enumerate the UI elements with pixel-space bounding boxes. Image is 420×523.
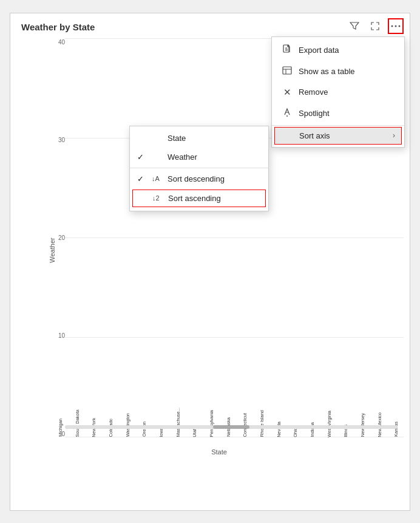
spotlight-icon [282, 108, 293, 119]
menu-item-spotlight[interactable]: Spotlight [272, 103, 404, 124]
sub-menu-item-sort-asc[interactable]: ↓2 Sort ascending [132, 190, 266, 207]
bar-label: Kansas [393, 422, 399, 437]
bar-col: New Jersey [355, 411, 370, 437]
svg-rect-3 [283, 45, 289, 52]
bar-label: West Virginia [327, 411, 332, 437]
svg-point-7 [286, 115, 288, 117]
bar-col: Rhode Island [254, 408, 269, 437]
filter-icon[interactable] [347, 18, 362, 34]
desc-sort-icon: ↓A [152, 175, 163, 182]
weather-label: Weather [168, 152, 197, 162]
bar-label: Ohio [293, 428, 298, 437]
bar-col: Washington [120, 411, 135, 437]
bar-col: South Dakota [70, 407, 85, 437]
more-options-icon[interactable] [388, 18, 404, 34]
sort-desc-label: Sort descending [168, 174, 225, 183]
expand-icon[interactable] [367, 18, 383, 34]
spotlight-label: Spotlight [299, 109, 330, 118]
menu-item-remove[interactable]: ✕ Remove [272, 82, 404, 103]
bar-col: Illinois [338, 422, 353, 437]
chart-container: Weather by State Weather [10, 13, 410, 511]
toolbar [347, 18, 404, 34]
sub-menu: State ✓ Weather ✓ ↓A Sort descending ↓2 … [129, 126, 269, 211]
scrollbar-thumb[interactable] [213, 425, 249, 429]
bar-col: New Mexico [372, 410, 387, 437]
menu-item-table[interactable]: Show as a table [272, 61, 404, 82]
bar-col: Massachuse... [171, 405, 186, 437]
sub-menu-item-sort-desc[interactable]: ✓ ↓A Sort descending [130, 169, 268, 188]
desc-check: ✓ [137, 174, 147, 183]
asc-sort-icon: ↓2 [152, 194, 163, 202]
bar-label: Massachuse... [175, 408, 181, 437]
bar-label: South Dakota [75, 409, 80, 437]
menu-item-sort-axis[interactable]: Sort axis › [274, 127, 402, 145]
scrollbar[interactable] [65, 425, 398, 429]
bar-col: Pennsylvania [204, 408, 219, 437]
sort-asc-label: Sort ascending [168, 194, 221, 203]
bar-label: Indiana [310, 422, 315, 437]
chart-title: Weather by State [21, 22, 95, 32]
remove-label: Remove [299, 87, 328, 97]
menu-separator [272, 125, 404, 126]
weather-check: ✓ [137, 152, 147, 162]
sub-menu-item-weather[interactable]: ✓ Weather [130, 148, 268, 166]
export-label: Export data [299, 46, 339, 55]
x-axis-label: State [211, 448, 227, 456]
sub-menu-item-state[interactable]: State [130, 129, 268, 148]
bar-label: Rhode Island [259, 410, 265, 437]
bar-col: Connecticut [237, 411, 252, 437]
bar-label: Michigan [58, 419, 63, 437]
sort-axis-label: Sort axis [299, 131, 330, 140]
bar-label: Nevada [276, 422, 282, 437]
bar-label: Iowa [158, 428, 164, 437]
svg-rect-4 [283, 67, 291, 74]
sub-menu-separator [130, 168, 268, 168]
main-menu: Export data Show as a table ✕ Remove [271, 36, 405, 148]
svg-point-2 [399, 25, 401, 27]
state-label: State [168, 134, 186, 143]
bar-label: Utah [192, 428, 197, 437]
table-icon [282, 66, 293, 77]
bar-col: West Virginia [322, 408, 337, 437]
export-icon [282, 44, 293, 56]
bar-label: Oregon [141, 422, 147, 437]
table-label: Show as a table [299, 67, 355, 76]
svg-point-0 [391, 25, 393, 27]
bar-label: Pennsylvania [209, 410, 214, 437]
sort-axis-chevron: › [393, 131, 395, 140]
menu-item-export[interactable]: Export data [272, 39, 404, 61]
remove-icon: ✕ [282, 87, 293, 98]
svg-point-1 [395, 25, 397, 27]
